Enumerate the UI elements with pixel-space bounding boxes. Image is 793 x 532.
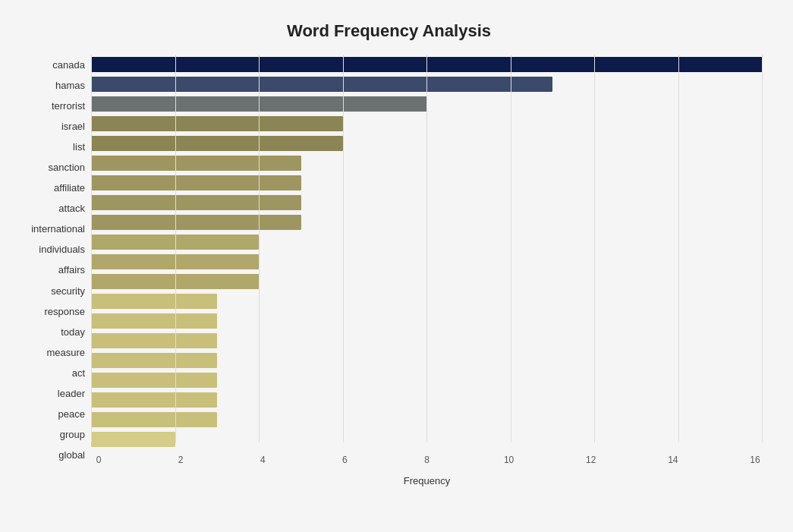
y-label-individuals: individuals	[39, 240, 85, 260]
bar-row-canada	[91, 55, 763, 74]
bar-row-measure	[91, 331, 763, 351]
bar-row-peace	[91, 390, 763, 410]
bar-security	[91, 274, 259, 289]
bar-affiliate	[91, 175, 301, 190]
bar-leader	[91, 373, 217, 388]
bar-act	[91, 353, 217, 368]
bar-group	[91, 412, 217, 427]
bar-row-international	[91, 212, 763, 232]
bar-peace	[91, 392, 217, 408]
bar-row-leader	[91, 370, 763, 390]
bar-row-affiliate	[91, 173, 763, 193]
y-label-security: security	[51, 281, 85, 301]
bars-and-grid: Frequency 0246810121416	[91, 55, 763, 465]
bar-row-security	[91, 272, 763, 291]
bar-row-attack	[91, 193, 763, 212]
chart-title: Word Frequency Analysis	[15, 15, 763, 41]
y-label-global: global	[58, 445, 85, 464]
y-label-group: group	[60, 424, 85, 444]
y-label-canada: canada	[52, 55, 85, 75]
y-label-affairs: affairs	[58, 260, 85, 280]
bar-row-act	[91, 351, 763, 370]
bar-response	[91, 294, 217, 309]
bar-terrorist	[91, 96, 427, 112]
chart-container: Word Frequency Analysis canadahamasterro…	[0, 0, 793, 532]
x-tick-2: 2	[173, 455, 188, 465]
bar-row-group	[91, 410, 763, 430]
bar-row-response	[91, 291, 763, 311]
bar-affairs	[91, 254, 259, 269]
y-label-act: act	[72, 363, 85, 382]
y-axis: canadahamasterroristisraellistsanctionaf…	[15, 55, 91, 465]
y-label-hamas: hamas	[55, 76, 85, 96]
bars-container	[91, 55, 763, 472]
bar-sanction	[91, 156, 301, 171]
y-label-affiliate: affiliate	[54, 178, 85, 198]
bar-international	[91, 215, 301, 230]
x-axis-label: Frequency	[404, 475, 450, 486]
y-label-today: today	[61, 322, 85, 342]
x-tick-4: 4	[255, 455, 270, 465]
bar-today	[91, 313, 217, 329]
bar-row-terrorist	[91, 94, 763, 114]
y-label-israel: israel	[61, 117, 85, 137]
y-label-measure: measure	[46, 342, 85, 362]
y-label-international: international	[31, 219, 85, 239]
bar-measure	[91, 333, 217, 348]
bar-row-israel	[91, 114, 763, 134]
bar-israel	[91, 116, 343, 131]
x-tick-6: 6	[337, 455, 352, 465]
bar-row-hamas	[91, 74, 763, 94]
bar-canada	[91, 57, 763, 72]
bar-row-list	[91, 134, 763, 153]
bar-row-today	[91, 311, 763, 331]
bar-attack	[91, 195, 301, 210]
y-label-attack: attack	[58, 199, 85, 219]
y-label-list: list	[73, 137, 85, 157]
x-tick-0: 0	[91, 455, 106, 465]
bar-list	[91, 136, 343, 151]
bar-row-sanction	[91, 153, 763, 173]
bar-row-affairs	[91, 252, 763, 272]
bar-individuals	[91, 235, 259, 250]
bar-hamas	[91, 77, 552, 92]
y-label-sanction: sanction	[49, 158, 85, 178]
bar-row-individuals	[91, 232, 763, 252]
x-tick-12: 12	[584, 455, 599, 465]
x-tick-10: 10	[502, 455, 517, 465]
x-tick-16: 16	[747, 455, 763, 465]
y-label-leader: leader	[58, 383, 85, 403]
x-tick-8: 8	[420, 455, 435, 465]
x-axis: Frequency 0246810121416	[91, 442, 763, 465]
chart-area: canadahamasterroristisraellistsanctionaf…	[15, 55, 763, 465]
y-label-peace: peace	[58, 404, 85, 423]
x-tick-14: 14	[666, 455, 681, 465]
y-label-terrorist: terrorist	[52, 96, 85, 116]
y-label-response: response	[45, 301, 85, 321]
